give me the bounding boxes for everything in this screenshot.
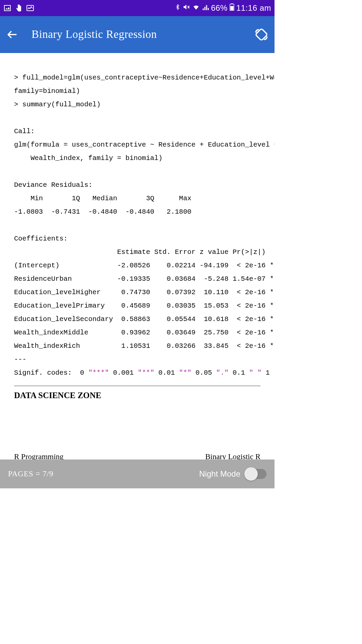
deviance-label: Deviance Residuals:: [14, 181, 97, 189]
app-bar: Binary Logistic Regression: [0, 16, 275, 53]
coefficient-row: (Intercept) -2.08526 0.02214 -94.199 < 2…: [14, 262, 275, 269]
code-line: family=binomial): [14, 87, 80, 95]
section-heading: DATA SCIENCE ZONE: [0, 391, 275, 400]
night-mode-toggle[interactable]: [245, 469, 266, 479]
deviance-header: Min 1Q Median 3Q Max: [14, 195, 200, 202]
picture-icon: [3, 4, 11, 12]
chart-icon: [26, 4, 34, 12]
page-footer-row: R Programming Binary Logistic R: [0, 452, 275, 460]
page-indicator[interactable]: PAGES = 7/9: [8, 470, 54, 478]
hand-icon: [15, 4, 23, 12]
toggle-knob: [244, 467, 258, 481]
wifi-icon: [192, 3, 200, 13]
mute-icon: [183, 3, 190, 13]
battery-icon: [230, 3, 234, 13]
signif-codes-line: Signif. codes: 0 "***" 0.001 "**" 0.01 "…: [14, 369, 270, 377]
svg-rect-2: [230, 6, 233, 10]
coefficient-row: Education_levelHigher 0.74730 0.07392 10…: [14, 288, 275, 296]
coefficients-header: Estimate Std. Error z value Pr(>|z|): [14, 248, 275, 256]
status-right-cluster: 66% 11:16 am: [175, 3, 271, 13]
page-title: Binary Logistic Regression: [32, 28, 241, 41]
status-left-icons: [3, 4, 34, 12]
deviance-values: -1.0803 -0.7431 -0.4840 -0.4840 2.1800: [14, 208, 200, 216]
reader-bottom-bar: PAGES = 7/9 Night Mode: [0, 460, 275, 488]
battery-percent: 66%: [211, 3, 228, 13]
bluetooth-icon: [175, 3, 181, 13]
dashes: ---: [14, 356, 26, 363]
coefficient-row: Education_levelPrimary 0.45689 0.03035 1…: [14, 302, 275, 310]
coefficient-row: Wealth_indexMiddle 0.93962 0.03649 25.75…: [14, 329, 275, 336]
clock-time: 11:16 am: [236, 3, 271, 13]
call-line: Wealth_index, family = binomial): [14, 154, 163, 162]
rotate-screen-button[interactable]: [253, 26, 270, 43]
footer-left: R Programming: [14, 452, 64, 460]
night-mode-control: Night Mode: [199, 469, 266, 479]
r-console-output: > full_model=glm(uses_contraceptive~Resi…: [0, 54, 275, 380]
signal-icon: [202, 3, 209, 13]
section-divider: [14, 386, 260, 386]
back-button[interactable]: [5, 27, 19, 42]
android-status-bar: 66% 11:16 am: [0, 0, 275, 16]
code-line: > summary(full_model): [14, 101, 101, 108]
call-line: glm(formula = uses_contraceptive ~ Resid…: [14, 141, 275, 149]
coefficient-row: ResidenceUrban -0.19335 0.03684 -5.248 1…: [14, 275, 275, 283]
coefficient-row: Wealth_indexRich 1.10531 0.03266 33.845 …: [14, 342, 275, 350]
footer-right: Binary Logistic R: [205, 452, 260, 460]
svg-rect-3: [231, 3, 233, 4]
call-label: Call:: [14, 127, 35, 135]
document-content[interactable]: > full_model=glm(uses_contraceptive~Resi…: [0, 54, 275, 460]
night-mode-label: Night Mode: [199, 469, 240, 479]
coefficients-label: Coefficients:: [14, 235, 68, 243]
code-line: > full_model=glm(uses_contraceptive~Resi…: [14, 74, 275, 82]
coefficient-row: Education_levelSecondary 0.58863 0.05544…: [14, 315, 275, 323]
